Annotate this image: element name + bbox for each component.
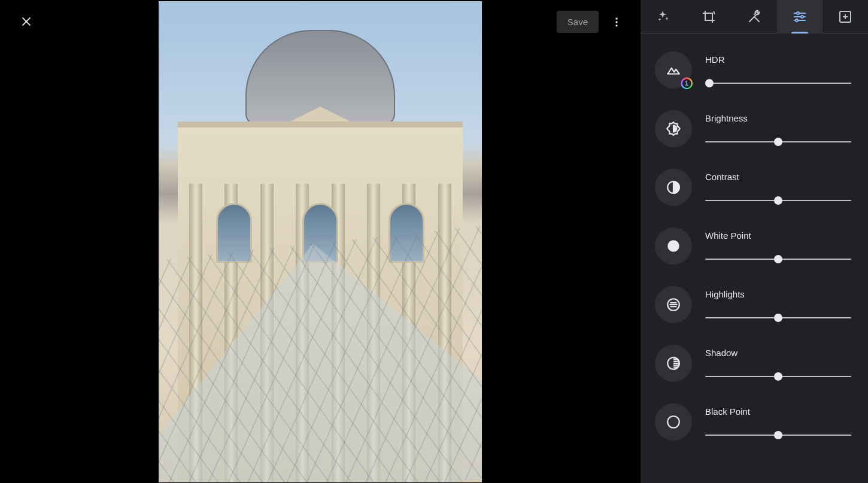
editor-panel: 1 HDR Brightness <box>641 0 868 483</box>
shadow-slider[interactable] <box>705 376 851 377</box>
slider-row-blackpoint: Black Point <box>655 393 851 451</box>
highlights-icon-button[interactable] <box>655 286 692 323</box>
contrast-label: Contrast <box>705 172 851 182</box>
photo-canvas: Save <box>0 0 641 483</box>
highlights-label: Highlights <box>705 289 851 299</box>
hdr-label: HDR <box>705 54 851 65</box>
edited-photo <box>159 1 482 482</box>
blackpoint-icon-button[interactable] <box>655 403 692 441</box>
whitepoint-slider[interactable] <box>705 259 851 260</box>
svg-point-17 <box>667 240 679 252</box>
more-options-button[interactable] <box>609 15 624 29</box>
shadow-icon <box>666 356 681 371</box>
svg-point-28 <box>667 416 679 428</box>
brightness-slider[interactable] <box>705 141 851 142</box>
svg-line-6 <box>755 17 759 22</box>
brightness-label: Brightness <box>705 113 851 123</box>
svg-line-5 <box>749 16 755 22</box>
whitepoint-icon-button[interactable] <box>655 227 692 265</box>
slider-row-brightness: Brightness <box>655 99 851 158</box>
tab-tools[interactable] <box>732 0 777 34</box>
blackpoint-slider[interactable] <box>705 435 851 436</box>
tab-suggestions[interactable] <box>641 0 686 34</box>
highlights-icon <box>666 297 681 312</box>
blackpoint-icon <box>666 414 681 430</box>
whitepoint-label: White Point <box>705 230 851 241</box>
slider-row-contrast: Contrast <box>655 158 851 217</box>
tab-more[interactable] <box>823 0 868 34</box>
canvas-actions: Save <box>557 11 624 33</box>
tools-icon <box>747 10 761 24</box>
contrast-slider[interactable] <box>705 200 851 201</box>
blackpoint-label: Black Point <box>705 406 851 417</box>
close-button[interactable] <box>19 14 34 29</box>
adjust-panel[interactable]: 1 HDR Brightness <box>641 34 868 483</box>
save-button[interactable]: Save <box>557 11 599 33</box>
whitepoint-icon <box>666 238 681 254</box>
ai-badge-label: 1 <box>682 79 691 88</box>
shadow-label: Shadow <box>705 348 851 358</box>
contrast-icon-button[interactable] <box>655 169 692 206</box>
svg-point-3 <box>615 21 617 23</box>
hdr-icon-button[interactable]: 1 <box>655 51 692 89</box>
slider-row-hdr: 1 HDR <box>655 41 851 99</box>
svg-point-8 <box>797 12 799 14</box>
ai-badge: 1 <box>680 77 693 90</box>
add-panel-icon <box>838 10 852 24</box>
close-icon <box>20 16 32 28</box>
sparkle-icon <box>656 10 670 24</box>
tab-adjust[interactable] <box>777 0 823 34</box>
svg-point-2 <box>615 17 617 19</box>
editor-tabs <box>641 0 868 34</box>
contrast-icon <box>666 180 681 195</box>
more-vert-icon <box>611 16 623 28</box>
hdr-icon <box>666 62 681 78</box>
shadow-icon-button[interactable] <box>655 345 692 382</box>
crop-rotate-icon <box>702 10 716 24</box>
slider-row-highlights: Highlights <box>655 275 851 334</box>
svg-point-12 <box>796 19 798 22</box>
svg-point-4 <box>615 25 617 26</box>
highlights-slider[interactable] <box>705 317 851 318</box>
svg-point-10 <box>801 16 803 18</box>
tab-crop[interactable] <box>686 0 732 34</box>
slider-row-shadow: Shadow <box>655 334 851 393</box>
brightness-icon-button[interactable] <box>655 110 692 147</box>
slider-row-whitepoint: White Point <box>655 217 851 275</box>
sliders-icon <box>793 10 807 24</box>
hdr-slider[interactable] <box>705 83 851 84</box>
brightness-icon <box>666 121 681 136</box>
